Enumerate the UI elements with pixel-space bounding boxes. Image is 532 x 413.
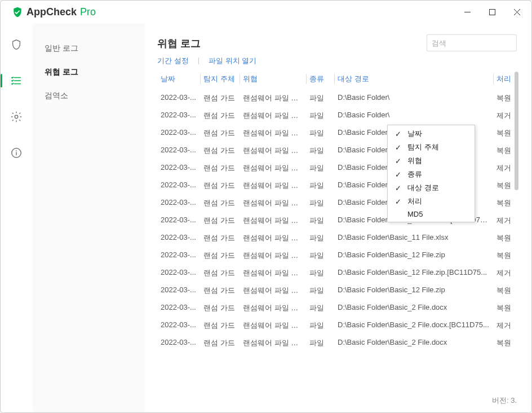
ctx-item-2[interactable]: ✓위협 <box>389 154 473 168</box>
nav-shield[interactable] <box>6 34 26 55</box>
scroll-thumb[interactable] <box>515 72 518 190</box>
ctx-item-label: 위협 <box>407 156 422 166</box>
sidebar-item-0[interactable]: 일반 로그 <box>32 37 145 60</box>
ctx-item-1[interactable]: ✓탐지 주체 <box>389 140 473 154</box>
cell: D:\Basic Folder\ <box>334 91 493 106</box>
title-bar: AppCheckPro <box>1 1 531 23</box>
nav-info[interactable] <box>6 143 26 163</box>
sidebar-item-1[interactable]: 위협 로그 <box>32 60 145 84</box>
check-icon: ✓ <box>394 170 402 179</box>
cell: D:\Basic Folder\Basic_12 File.zip <box>334 248 493 263</box>
gear-icon <box>10 111 23 123</box>
cell: 랜섬웨어 파일 생성 <box>240 108 306 123</box>
cell: 2022-03-... <box>157 248 200 263</box>
cell: 랜섬 가드 <box>200 283 240 298</box>
cell: D:\Basic Folder\Basic_2 File.docx.[BC11D… <box>334 318 493 333</box>
table-row[interactable]: 2022-03-...랜섬 가드랜섬웨어 파일 생성파일D:\Basic Fol… <box>157 299 520 317</box>
cell: 랜섬웨어 파일 생성 <box>240 231 306 245</box>
search-input[interactable] <box>427 34 517 51</box>
cell: 파일 <box>306 318 334 333</box>
nav-settings[interactable] <box>6 107 26 127</box>
cell: 랜섬 가드 <box>200 126 240 140</box>
check-icon: ✓ <box>394 157 402 165</box>
scrollbar[interactable] <box>515 72 519 412</box>
cell: 랜섬웨어 파일 생성 <box>240 196 306 210</box>
cell: 2022-03-... <box>157 283 200 298</box>
th-type[interactable]: 종류 <box>306 72 334 86</box>
cell: 랜섬웨어 파일 생성 <box>240 283 306 298</box>
table-row[interactable]: 2022-03-...랜섬 가드랜섬웨어 파일 생성파일D:\Basic Fol… <box>157 229 520 247</box>
cell: 파일 <box>306 143 334 158</box>
toolbar: 기간 설정 | 파일 위치 열기 <box>157 56 520 66</box>
table-row[interactable]: 2022-03-...랜섬 가드랜섬웨어 파일 생성파일D:\Basic Fol… <box>157 334 520 349</box>
cell: 랜섬 가드 <box>200 178 240 193</box>
cell: 랜섬웨어 파일 생성 <box>240 318 306 333</box>
open-file-location-link[interactable]: 파일 위치 열기 <box>209 56 256 66</box>
cell: 파일 <box>306 161 334 175</box>
cell: 2022-03-... <box>157 301 200 315</box>
table-row[interactable]: 2022-03-...랜섬 가드랜섬웨어 파일 생성파일D:\Basic Fol… <box>157 89 520 107</box>
cell: 랜섬 가드 <box>200 231 240 245</box>
cell: 랜섬 가드 <box>200 248 240 263</box>
sidebar-item-2[interactable]: 검역소 <box>32 84 145 108</box>
cell: 랜섬 가드 <box>200 161 240 175</box>
cell: 파일 <box>306 213 334 228</box>
cell: 2022-03-... <box>157 161 200 175</box>
sidebar: 일반 로그위협 로그검역소 <box>32 23 145 412</box>
table-row[interactable]: 2022-03-...랜섬 가드랜섬웨어 파일 생성파일D:\Basic Fol… <box>157 107 520 124</box>
ctx-item-4[interactable]: ✓대상 경로 <box>389 181 473 195</box>
window-controls <box>455 2 529 21</box>
check-icon: ✓ <box>394 184 402 192</box>
table-row[interactable]: 2022-03-...랜섬 가드랜섬웨어 파일 생성파일D:\Basic Fol… <box>157 317 520 334</box>
app-edition: Pro <box>80 6 96 18</box>
th-threat[interactable]: 위협 <box>240 72 306 86</box>
cell: 2022-03-... <box>157 178 200 193</box>
cell: 파일 <box>306 108 334 123</box>
cell: 랜섬 가드 <box>200 108 240 123</box>
cell: 랜섬웨어 파일 생성 <box>240 248 306 263</box>
cell: 랜섬 가드 <box>200 318 240 333</box>
ctx-item-label: 대상 경로 <box>407 183 439 193</box>
nav-logs[interactable] <box>6 71 26 91</box>
ctx-item-label: MD5 <box>407 210 423 218</box>
cell: 랜섬웨어 파일 생성 <box>240 266 306 280</box>
cell: D:\Basic Folder\Basic_2 File.docx <box>334 301 493 315</box>
cell: 랜섬웨어 파일 생성 <box>240 336 306 349</box>
cell: 랜섬 가드 <box>200 336 240 349</box>
cell: 랜섬 가드 <box>200 301 240 315</box>
ctx-item-label: 처리 <box>407 196 422 206</box>
check-icon: ✓ <box>394 197 402 206</box>
cell: 파일 <box>306 91 334 106</box>
ctx-item-5[interactable]: ✓처리 <box>389 195 473 208</box>
cell: 랜섬웨어 파일 생성 <box>240 213 306 228</box>
cell: 랜섬웨어 파일 생성 <box>240 301 306 315</box>
th-path[interactable]: 대상 경로 <box>334 72 493 86</box>
maximize-button[interactable] <box>480 2 504 21</box>
cell: 파일 <box>306 231 334 245</box>
check-icon: ✓ <box>394 143 402 152</box>
cell: 랜섬 가드 <box>200 196 240 210</box>
th-date[interactable]: 날짜 <box>157 72 200 86</box>
table-row[interactable]: 2022-03-...랜섬 가드랜섬웨어 파일 생성파일D:\Basic Fol… <box>157 264 520 282</box>
cell: 2022-03-... <box>157 143 200 158</box>
cell: D:\Basic Folder\Basic_2 File.docx <box>334 336 493 349</box>
cell: 2022-03-... <box>157 126 200 140</box>
cell: 2022-03-... <box>157 266 200 280</box>
ctx-item-3[interactable]: ✓종류 <box>389 168 473 181</box>
minimize-button[interactable] <box>455 2 480 21</box>
cell: 파일 <box>306 178 334 193</box>
cell: 2022-03-... <box>157 196 200 210</box>
cell: 랜섬웨어 파일 생성 <box>240 126 306 140</box>
cell: 파일 <box>306 126 334 140</box>
cell: 파일 <box>306 283 334 298</box>
ctx-item-6[interactable]: MD5 <box>389 208 473 220</box>
threat-log-table: 날짜 탐지 주체 위협 종류 대상 경로 처리 2022-03-...랜섬 가드… <box>157 72 520 412</box>
version-label: 버전: 3. <box>492 396 517 406</box>
close-button[interactable] <box>504 2 529 21</box>
th-subject[interactable]: 탐지 주체 <box>200 72 240 86</box>
ctx-item-0[interactable]: ✓날짜 <box>389 127 473 140</box>
table-row[interactable]: 2022-03-...랜섬 가드랜섬웨어 파일 생성파일D:\Basic Fol… <box>157 247 520 264</box>
period-settings-link[interactable]: 기간 설정 <box>157 56 189 66</box>
table-row[interactable]: 2022-03-...랜섬 가드랜섬웨어 파일 생성파일D:\Basic Fol… <box>157 282 520 299</box>
column-context-menu: ✓날짜✓탐지 주체✓위협✓종류✓대상 경로✓처리MD5 <box>387 125 475 222</box>
